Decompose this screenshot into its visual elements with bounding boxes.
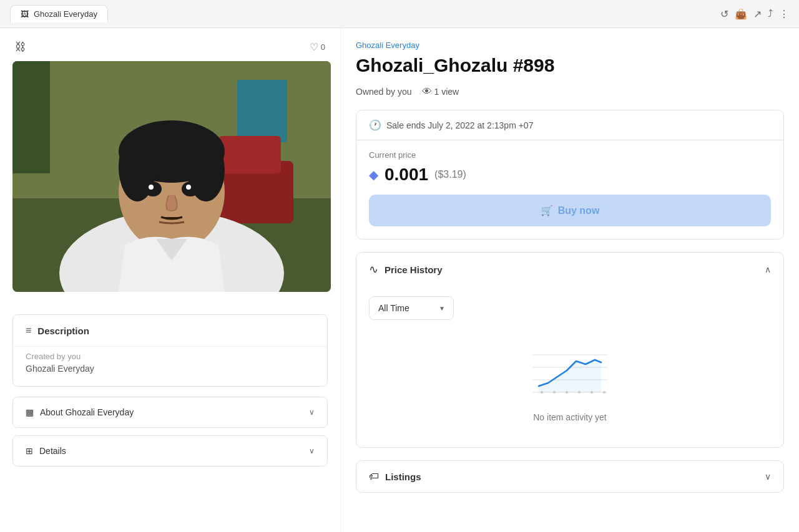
created-by-value: Ghozali Everyday (26, 364, 315, 374)
svg-point-14 (149, 185, 154, 190)
buy-now-icon: 🛒 (541, 205, 553, 216)
details-section: ⊞ Details ∨ (12, 435, 328, 467)
views-count: 1 view (434, 87, 459, 97)
price-history-content: All Time Last 7 days Last 30 days Last 9… (356, 286, 783, 447)
price-label: Current price (369, 150, 771, 160)
description-icon: ≡ (26, 325, 31, 336)
trend-icon: ∿ (369, 263, 378, 276)
collection-name[interactable]: Ghozali Everyday (356, 41, 784, 50)
svg-rect-3 (12, 61, 50, 173)
sale-card: 🕐 Sale ends July 2, 2022 at 2:13pm +07 C… (356, 110, 784, 239)
tag-icon: 🏷 (369, 471, 379, 482)
browser-controls: ↺ 👜 ↗ ⤴ ⋮ (720, 8, 789, 20)
description-header[interactable]: ≡ Description (13, 315, 327, 346)
like-count: 0 (321, 42, 325, 52)
image-top-bar: ⛓ ♡ 0 (12, 41, 328, 54)
listings-card: 🏷 Listings ∨ (356, 460, 784, 493)
svg-point-25 (603, 391, 605, 394)
chart-container: No item activity yet (369, 330, 771, 435)
nft-title: Ghozali_Ghozalu #898 (356, 55, 784, 76)
details-section-header[interactable]: ⊞ Details ∨ (13, 436, 327, 466)
like-button[interactable]: ♡ 0 (310, 41, 325, 53)
time-filter-select[interactable]: All Time Last 7 days Last 30 days Last 9… (369, 296, 454, 320)
listings-chevron-icon: ∨ (765, 472, 771, 481)
nft-image (12, 61, 331, 292)
owned-by-text: Owned by you (356, 87, 412, 97)
svg-point-15 (186, 185, 191, 190)
tab-favicon: 🖼 (21, 9, 29, 19)
listings-left: 🏷 Listings (369, 471, 421, 482)
svg-point-12 (144, 181, 162, 196)
sale-timer-row: 🕐 Sale ends July 2, 2022 at 2:13pm +07 (356, 110, 783, 140)
about-icon: ▦ (26, 407, 34, 417)
svg-rect-5 (218, 136, 281, 173)
about-title: About Ghozali Everyday (40, 407, 134, 417)
browser-tab[interactable]: 🖼 Ghozali Everyday (10, 5, 108, 22)
price-history-card: ∿ Price History ∧ All Time Last 7 days L… (356, 252, 784, 448)
description-section: ≡ Description Created by you Ghozali Eve… (12, 314, 328, 387)
browser-chrome: 🖼 Ghozali Everyday ↺ 👜 ↗ ⤴ ⋮ (0, 0, 799, 28)
heart-icon: ♡ (310, 41, 318, 53)
time-filter-wrapper: All Time Last 7 days Last 30 days Last 9… (369, 296, 454, 320)
svg-marker-26 (539, 360, 601, 392)
buy-now-label: Buy now (558, 205, 600, 216)
listings-title: Listings (385, 472, 421, 482)
listings-header[interactable]: 🏷 Listings ∨ (356, 461, 783, 492)
price-section: Current price ◆ 0.001 ($3.19) 🛒 Buy now (356, 140, 783, 239)
views-container: 👁 1 view (422, 86, 459, 97)
page-container: ⛓ ♡ 0 (0, 28, 799, 532)
share-link-icon[interactable]: ⛓ (15, 41, 26, 54)
clock-icon: 🕐 (369, 119, 381, 131)
details-title: Details (39, 446, 66, 456)
price-history-header[interactable]: ∿ Price History ∧ (356, 253, 783, 286)
about-header-left: ▦ About Ghozali Everyday (26, 407, 134, 417)
details-header-left: ⊞ Details (26, 446, 66, 456)
sale-ends-text: Sale ends July 2, 2022 at 2:13pm +07 (386, 120, 533, 130)
price-eth-value: 0.001 (385, 165, 428, 185)
price-usd-value: ($3.19) (434, 169, 466, 180)
details-chevron-icon: ∨ (309, 447, 315, 455)
reload-button[interactable]: ↺ (720, 8, 728, 20)
no-activity-text: No item activity yet (533, 412, 606, 422)
more-options-button[interactable]: ⋮ (779, 8, 789, 20)
eye-icon: 👁 (422, 86, 432, 97)
right-panel: Ghozali Everyday Ghozali_Ghozalu #898 Ow… (340, 28, 799, 532)
created-by-label: Created by you (26, 352, 315, 361)
wallet-button[interactable]: 👜 (735, 8, 747, 20)
price-chart (526, 342, 614, 405)
left-panel: ⛓ ♡ 0 (0, 28, 340, 532)
price-history-left: ∿ Price History (369, 263, 443, 276)
details-icon: ⊞ (26, 446, 33, 456)
svg-point-13 (182, 181, 199, 196)
price-row: ◆ 0.001 ($3.19) (369, 165, 771, 185)
external-link-button[interactable]: ↗ (753, 8, 762, 20)
ownership-row: Owned by you 👁 1 view (356, 86, 784, 97)
about-chevron-icon: ∨ (309, 408, 315, 417)
share-button[interactable]: ⤴ (768, 8, 773, 20)
description-content: Created by you Ghozali Everyday (13, 346, 327, 386)
description-title: Description (37, 326, 89, 336)
about-section-header[interactable]: ▦ About Ghozali Everyday ∨ (13, 397, 327, 427)
nft-image-wrapper: ⛓ ♡ 0 (0, 28, 340, 304)
svg-rect-2 (237, 80, 287, 142)
price-history-chevron-icon: ∧ (765, 264, 771, 274)
buy-now-button[interactable]: 🛒 Buy now (369, 195, 771, 226)
about-section: ▦ About Ghozali Everyday ∨ (12, 397, 328, 428)
eth-icon: ◆ (369, 167, 378, 182)
nft-image-container (12, 61, 331, 292)
tab-title: Ghozali Everyday (34, 9, 97, 19)
price-history-title: Price History (385, 264, 443, 275)
